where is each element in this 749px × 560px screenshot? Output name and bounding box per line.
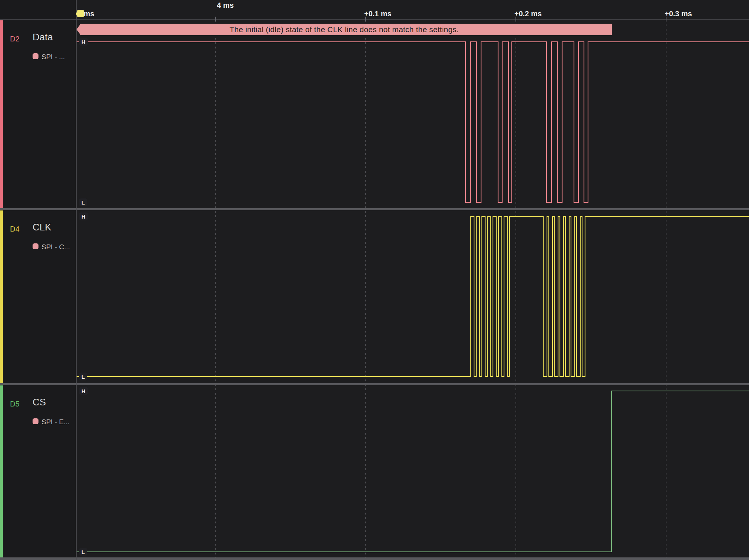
ruler-primary-label: 4 ms [217, 1, 234, 10]
channel-color-strip[interactable] [0, 210, 3, 383]
warning-text: The initial (idle) state of the CLK line… [229, 25, 459, 34]
timing-marker-flag[interactable] [76, 10, 84, 17]
timeline-gridlines [0, 0, 749, 560]
ruler-tick [666, 17, 666, 21]
warning-banner[interactable]: The initial (idle) state of the CLK line… [77, 24, 612, 35]
logic-analyzer-app: The initial (idle) state of the CLK line… [0, 0, 749, 560]
row-separator [0, 557, 749, 560]
channel-id: D2 [10, 35, 20, 43]
row-separator [0, 383, 749, 385]
ruler-relative-label: +0.1 ms [364, 10, 392, 18]
analyzer-label[interactable]: SPI - ... [41, 53, 65, 61]
level-label-low: L [79, 199, 87, 206]
ruler-clipped-label: ms [84, 10, 94, 18]
channel-name[interactable]: Data [33, 31, 53, 43]
analyzer-chip-icon [33, 243, 38, 249]
ruler-divider [0, 19, 749, 20]
ruler-tick [215, 17, 216, 21]
analyzer-chip-icon [33, 418, 38, 424]
channel-color-strip[interactable] [0, 385, 3, 557]
row-separator [0, 208, 749, 210]
analyzer-label[interactable]: SPI - C... [41, 243, 70, 251]
waveform-plot[interactable] [0, 0, 749, 560]
channel-id: D5 [10, 400, 20, 408]
channel-name[interactable]: CS [33, 397, 46, 408]
ruler-tick [515, 17, 516, 21]
analyzer-label[interactable]: SPI - E... [41, 418, 70, 426]
level-label-high: H [79, 387, 88, 395]
channel-sidebar [0, 0, 76, 560]
level-label-low: L [79, 548, 87, 556]
ruler-relative-label: +0.3 ms [665, 10, 692, 18]
channel-id: D4 [10, 225, 20, 233]
sidebar-divider[interactable] [76, 0, 77, 560]
channel-name[interactable]: CLK [33, 222, 51, 233]
level-label-low: L [79, 373, 87, 381]
ruler-tick [365, 17, 366, 21]
level-label-high: H [79, 213, 88, 220]
level-label-high: H [79, 38, 88, 46]
ruler-relative-label: +0.2 ms [514, 10, 542, 18]
analyzer-chip-icon [33, 53, 38, 59]
channel-color-strip[interactable] [0, 20, 3, 208]
